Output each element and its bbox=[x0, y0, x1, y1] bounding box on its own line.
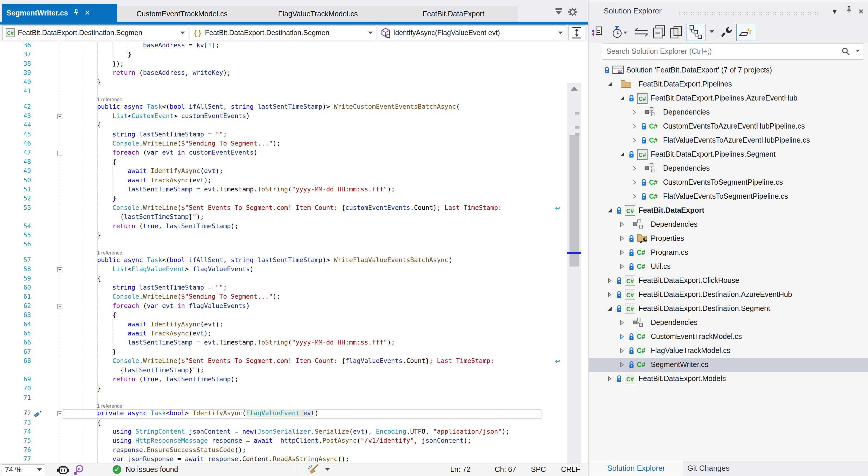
code-cleanup-broom-icon[interactable] bbox=[308, 464, 319, 475]
code-text[interactable]: } bbox=[82, 348, 116, 355]
code-text[interactable]: } bbox=[82, 195, 116, 202]
line-number[interactable]: 76 bbox=[0, 446, 31, 453]
code-line[interactable]: 62− foreach (var evt in flagValueEvents) bbox=[0, 302, 566, 311]
code-text[interactable]: { bbox=[82, 121, 101, 129]
properties-wrench-icon[interactable] bbox=[721, 25, 734, 38]
expander-open-icon[interactable] bbox=[607, 208, 612, 213]
fold-collapse-box[interactable]: − bbox=[57, 304, 62, 309]
close-icon[interactable]: ✕ bbox=[858, 8, 864, 16]
code-line[interactable]: 46 Console.WriteLine($"Sending To Segmen… bbox=[0, 140, 566, 149]
code-line[interactable]: {lastSentTimeStamp}"); bbox=[0, 213, 566, 222]
tree-item-featbit-dataexport-destination-segment[interactable]: C#FeatBit.DataExport.Destination.Segment bbox=[589, 302, 868, 316]
zoom-selector[interactable]: 74 % bbox=[2, 464, 45, 475]
expander-open-icon[interactable] bbox=[619, 152, 624, 157]
code-text[interactable]: Console.WriteLine($"Sent Events To Segme… bbox=[82, 357, 494, 364]
line-number[interactable]: 38 bbox=[0, 60, 31, 67]
expander-closed-icon[interactable] bbox=[631, 124, 637, 129]
tree-item-segmentwriter-cs[interactable]: C#SegmentWriter.cs bbox=[589, 358, 868, 372]
tree-item-properties[interactable]: Properties bbox=[589, 231, 868, 246]
chevron-down-icon[interactable] bbox=[710, 30, 714, 33]
code-line[interactable]: 64 await IdentifyAsync(evt); bbox=[0, 321, 566, 329]
code-line[interactable]: 63 { bbox=[0, 311, 566, 320]
code-line[interactable]: 61 Console.WriteLine($"Sending To Segmen… bbox=[0, 293, 566, 302]
line-number[interactable]: 57 bbox=[0, 256, 31, 263]
line-indicator[interactable]: Ln: 72 bbox=[450, 465, 471, 474]
codelens-row[interactable]: 1 reference bbox=[0, 96, 566, 103]
tree-item-util-cs[interactable]: C#Util.cs bbox=[589, 259, 868, 274]
code-line[interactable]: 71 bbox=[0, 394, 566, 403]
codelens-references[interactable]: 1 reference bbox=[97, 403, 122, 409]
line-number[interactable]: 75 bbox=[0, 437, 31, 444]
line-number[interactable]: 63 bbox=[0, 311, 31, 318]
no-issues-check-icon[interactable]: ✓ bbox=[113, 465, 121, 474]
split-window-button[interactable] bbox=[568, 25, 585, 40]
line-number[interactable]: 64 bbox=[0, 321, 31, 328]
line-number[interactable]: 45 bbox=[0, 131, 31, 138]
code-line[interactable]: 47− foreach (var evt in customEventEvent… bbox=[0, 149, 566, 158]
code-text[interactable]: return (true, lastSentTimeStamp); bbox=[82, 376, 238, 383]
line-number[interactable]: 51 bbox=[0, 186, 31, 193]
code-text[interactable]: }); bbox=[82, 60, 124, 67]
code-line[interactable]: 76 response.EnsureSuccessStatusCode(); bbox=[0, 446, 566, 455]
code-text[interactable]: baseAddress = kv[1]; bbox=[82, 41, 219, 49]
tree-item-featbit-dataexport-pipelines-segment[interactable]: C#FeatBit.DataExport.Pipelines.Segment bbox=[589, 147, 868, 161]
solution-explorer-titlebar[interactable]: Solution Explorer ▼ ✕ bbox=[589, 2, 868, 21]
code-text[interactable]: using StringContent jsonContent = new(Js… bbox=[82, 428, 509, 435]
code-text[interactable]: public async Task<(bool ifAllSent, strin… bbox=[82, 256, 452, 263]
expander-closed-icon[interactable] bbox=[631, 166, 637, 171]
quick-actions-icon[interactable] bbox=[74, 465, 84, 475]
tree-item-customeventstosegmentpipeline-cs[interactable]: C#CustomEventsToSegmentPipeline.cs bbox=[589, 175, 868, 189]
tab-flagvaluetrackmodel[interactable]: FlagValueTrackModel.cs bbox=[247, 6, 389, 22]
tab-git-changes[interactable]: Git Changes bbox=[687, 461, 730, 476]
space-indicator[interactable]: SPC bbox=[531, 465, 546, 474]
line-number[interactable]: 42 bbox=[0, 103, 31, 110]
pin-icon[interactable] bbox=[846, 6, 852, 15]
code-line[interactable]: 51 lastSentTimeStamp = evt.Timestamp.ToS… bbox=[0, 186, 566, 195]
code-line[interactable]: 73 { bbox=[0, 419, 566, 428]
code-line[interactable]: 48 { bbox=[0, 158, 566, 167]
code-line[interactable]: 69 return (true, lastSentTimeStamp); bbox=[0, 376, 566, 385]
tree-item-dependencies[interactable]: Dependencies bbox=[589, 316, 868, 329]
code-line[interactable]: 36 baseAddress = kv[1]; bbox=[0, 41, 566, 51]
switch-views-icon[interactable] bbox=[591, 26, 602, 37]
code-text[interactable]: lastSentTimeStamp = evt.Timestamp.ToStri… bbox=[82, 186, 395, 193]
chevron-down-icon[interactable] bbox=[325, 468, 330, 471]
sync-with-active-document-icon[interactable] bbox=[635, 27, 648, 37]
code-text[interactable]: {lastSentTimeStamp}"); bbox=[82, 367, 204, 374]
code-text[interactable]: List<FlagValueEvent> flagValueEvents) bbox=[82, 265, 254, 273]
tree-item-solution-root[interactable]: ∞Solution 'FeatBit.DataExport' (7 of 7 p… bbox=[589, 63, 868, 77]
line-number[interactable]: 74 bbox=[0, 428, 31, 435]
expander-open-icon[interactable] bbox=[607, 82, 612, 87]
line-number[interactable]: 54 bbox=[0, 222, 31, 230]
editor-vertical-scrollbar[interactable] bbox=[567, 83, 581, 463]
expander-open-icon[interactable] bbox=[607, 306, 612, 311]
code-text[interactable]: } bbox=[82, 78, 101, 86]
tree-item-customeventtrackmodel-cs[interactable]: C#CustomEventTrackModel.cs bbox=[589, 329, 868, 344]
code-text[interactable]: lastSentTimeStamp = evt.Timestamp.ToStri… bbox=[82, 339, 395, 346]
tab-customeventtrackmodel[interactable]: CustomEventTrackModel.cs bbox=[117, 6, 247, 22]
line-number[interactable]: 37 bbox=[0, 51, 31, 58]
search-input[interactable]: Search Solution Explorer (Ctrl+;) bbox=[602, 43, 863, 60]
expander-closed-icon[interactable] bbox=[631, 138, 637, 143]
code-text[interactable]: response.EnsureSuccessStatusCode(); bbox=[82, 446, 246, 453]
code-line[interactable]: 40 } bbox=[0, 78, 566, 87]
code-line[interactable]: 66 lastSentTimeStamp = evt.Timestamp.ToS… bbox=[0, 339, 566, 348]
code-text[interactable]: Console.WriteLine($"Sending To Segment..… bbox=[82, 140, 280, 147]
column-indicator[interactable]: Ch: 67 bbox=[495, 465, 516, 474]
tree-item-dependencies[interactable]: Dependencies bbox=[589, 105, 868, 119]
code-line[interactable]: {lastSentTimeStamp}"); bbox=[0, 367, 566, 376]
code-line[interactable]: 65 await TrackAsync(evt); bbox=[0, 329, 566, 339]
scrollbar-thumb[interactable] bbox=[569, 135, 579, 266]
code-line[interactable]: 57 public async Task<(bool ifAllSent, st… bbox=[0, 256, 566, 265]
code-line[interactable]: 37 } bbox=[0, 51, 566, 60]
line-number[interactable]: 69 bbox=[0, 376, 31, 383]
tree-item-program-cs[interactable]: C#Program.cs bbox=[589, 246, 868, 259]
code-line[interactable]: 56 bbox=[0, 241, 566, 250]
code-text[interactable]: return (true, lastSentTimeStamp); bbox=[82, 222, 238, 230]
code-editor[interactable]: 36 baseAddress = kv[1];37 }38 });39 retu… bbox=[0, 41, 588, 463]
code-line[interactable]: 54 return (true, lastSentTimeStamp); bbox=[0, 222, 566, 231]
line-number[interactable]: 55 bbox=[0, 231, 31, 239]
code-text[interactable]: { bbox=[82, 275, 101, 282]
code-text[interactable]: string lastSentTimeStamp = ""; bbox=[82, 131, 227, 138]
code-line[interactable]: 67 } bbox=[0, 348, 566, 357]
